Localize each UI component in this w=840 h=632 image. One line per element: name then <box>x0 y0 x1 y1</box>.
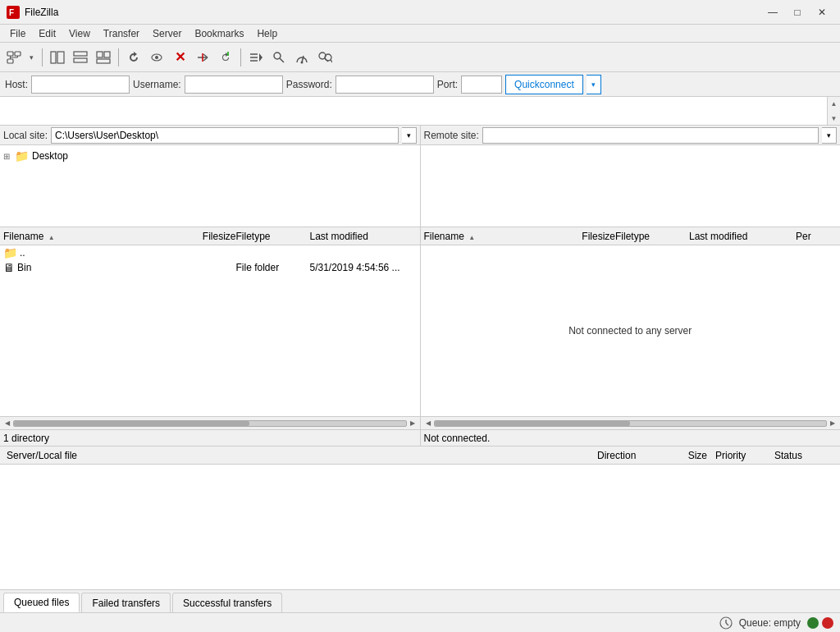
remote-hscroll-right[interactable]: ▶ <box>827 418 838 429</box>
svg-rect-3 <box>15 52 21 56</box>
remote-status: Not connected. <box>421 429 841 446</box>
local-file-list: 📁 .. 🖥 Bin File folder 5/31/2019 4:54:56… <box>0 245 420 416</box>
remote-hscroll-track[interactable] <box>434 420 828 427</box>
tree-item-desktop[interactable]: ⊞ 📁 Desktop <box>3 149 417 163</box>
remote-site-label: Remote site: <box>424 130 479 141</box>
right-panel: Remote site: ▾ Filename ▲ Filesize Filet… <box>421 126 841 446</box>
svg-rect-4 <box>7 59 13 63</box>
menu-transfer[interactable]: Transfer <box>97 26 146 41</box>
not-connected-text: Not connected to any server <box>568 325 692 337</box>
title-controls: — □ ✕ <box>761 4 833 21</box>
svg-point-17 <box>155 56 158 59</box>
svg-rect-14 <box>97 59 110 63</box>
local-site-dropdown[interactable]: ▾ <box>402 127 417 144</box>
status-bar: Queue: empty <box>0 612 840 632</box>
sep3 <box>240 48 241 66</box>
find-files-button[interactable] <box>268 47 290 68</box>
title-left: F FileZilla <box>7 6 58 19</box>
queue-col-priority[interactable]: Priority <box>712 450 769 461</box>
remote-hscroll-thumb <box>435 421 631 426</box>
password-label: Password: <box>286 79 332 90</box>
menu-server[interactable]: Server <box>146 26 188 41</box>
log-scroll-up[interactable]: ▲ <box>828 97 841 110</box>
cancel-button[interactable]: ✕ <box>169 47 190 68</box>
title-text: FileZilla <box>25 7 58 18</box>
remote-status-text: Not connected. <box>424 433 491 444</box>
menu-help[interactable]: Help <box>250 26 284 41</box>
log-scroll-down[interactable]: ▼ <box>828 112 841 125</box>
local-file-list-header: Filename ▲ Filesize Filetype Last modifi… <box>0 227 420 245</box>
queue-col-server[interactable]: Server/Local file <box>3 450 592 461</box>
tab-failed-transfers[interactable]: Failed transfers <box>81 593 171 612</box>
local-status: 1 directory <box>0 429 420 446</box>
svg-rect-12 <box>97 52 103 57</box>
refresh-button[interactable] <box>123 47 144 68</box>
local-col-filesize[interactable]: Filesize <box>179 231 236 242</box>
local-site-label: Local site: <box>3 130 48 141</box>
remote-col-filetype[interactable]: Filetype <box>615 231 689 242</box>
local-col-lastmod[interactable]: Last modified <box>310 231 417 242</box>
local-hscroll-right[interactable]: ▶ <box>407 418 418 429</box>
host-label: Host: <box>5 79 28 90</box>
svg-rect-11 <box>74 58 87 62</box>
quickconnect-dropdown[interactable]: ▾ <box>587 75 601 94</box>
local-hscroll-thumb <box>14 421 249 426</box>
menu-file[interactable]: File <box>3 26 32 41</box>
svg-point-27 <box>274 53 281 59</box>
port-input[interactable] <box>461 76 502 94</box>
svg-rect-8 <box>51 52 56 63</box>
toggle-log-button[interactable] <box>70 47 91 68</box>
remote-tree <box>421 145 841 227</box>
minimize-button[interactable]: — <box>761 4 784 21</box>
queue-col-status[interactable]: Status <box>771 450 837 461</box>
remote-site-dropdown[interactable]: ▾ <box>822 127 837 144</box>
remote-col-lastmod[interactable]: Last modified <box>689 231 796 242</box>
bottom-tabs: Queued files Failed transfers Successful… <box>0 589 840 612</box>
site-manager-dropdown[interactable]: ▾ <box>25 47 38 68</box>
svg-rect-10 <box>74 52 87 56</box>
menu-edit[interactable]: Edit <box>32 26 62 41</box>
site-manager-button[interactable] <box>3 47 25 68</box>
search-files-button[interactable] <box>314 47 336 68</box>
file-row-parent[interactable]: 📁 .. <box>0 245 420 260</box>
status-dot-green <box>807 617 819 629</box>
remote-col-filename[interactable]: Filename ▲ <box>424 231 559 242</box>
local-tree: ⊞ 📁 Desktop <box>0 145 420 227</box>
toggle-hidden-button[interactable] <box>146 47 167 68</box>
tab-queued-files[interactable]: Queued files <box>3 593 80 612</box>
remote-col-filesize[interactable]: Filesize <box>558 231 615 242</box>
remote-site-path[interactable] <box>482 127 819 144</box>
local-hscroll-track[interactable] <box>13 420 407 427</box>
remote-hscroll-left[interactable]: ◀ <box>422 418 434 429</box>
username-input[interactable] <box>185 76 283 94</box>
log-area: ▲ ▼ <box>0 97 840 126</box>
svg-point-33 <box>325 54 331 61</box>
speed-limits-button[interactable] <box>291 47 313 68</box>
svg-rect-13 <box>104 52 110 57</box>
tab-successful-transfers[interactable]: Successful transfers <box>172 593 282 612</box>
local-col-filename[interactable]: Filename ▲ <box>3 231 179 242</box>
svg-line-28 <box>280 58 284 62</box>
disconnect-button[interactable] <box>192 47 213 68</box>
queue-col-size[interactable]: Size <box>661 450 710 461</box>
svg-rect-2 <box>7 52 13 56</box>
local-status-text: 1 directory <box>3 433 49 444</box>
file-row-bin[interactable]: 🖥 Bin File folder 5/31/2019 4:54:56 ... <box>0 260 420 275</box>
reconnect-button[interactable] <box>215 47 236 68</box>
toggle-panels-button[interactable] <box>47 47 68 68</box>
queue-col-direction[interactable]: Direction <box>594 450 660 461</box>
process-queue-button[interactable] <box>245 47 267 68</box>
svg-point-30 <box>301 61 304 63</box>
password-input[interactable] <box>336 76 434 94</box>
quickconnect-button[interactable]: Quickconnect <box>505 75 583 94</box>
local-hscroll-left[interactable]: ◀ <box>2 418 13 429</box>
maximize-button[interactable]: □ <box>786 4 809 21</box>
local-site-path[interactable] <box>51 127 398 144</box>
local-col-filetype[interactable]: Filetype <box>236 231 310 242</box>
host-input[interactable] <box>31 76 130 94</box>
toggle-queue-button[interactable] <box>93 47 114 68</box>
close-button[interactable]: ✕ <box>810 4 833 21</box>
menu-bookmarks[interactable]: Bookmarks <box>188 26 250 41</box>
menu-view[interactable]: View <box>62 26 97 41</box>
remote-col-perms[interactable]: Per <box>796 231 837 242</box>
